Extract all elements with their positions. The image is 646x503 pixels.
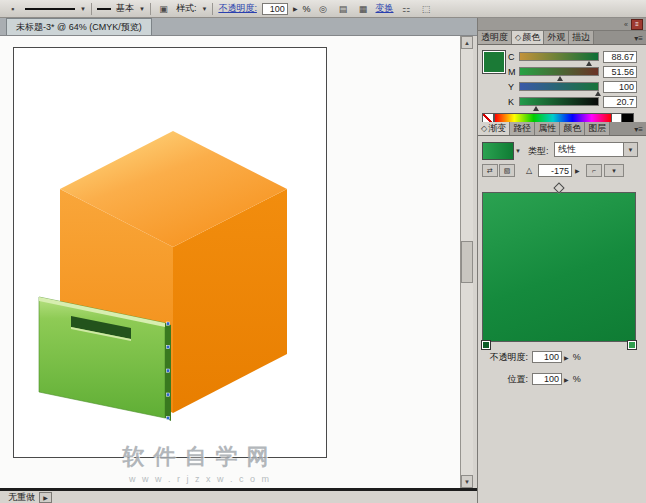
gradient-swatch-dropdown-icon[interactable]: ▼ <box>515 148 521 154</box>
tab-transparency[interactable]: 透明度 <box>478 31 512 44</box>
current-color-swatch[interactable] <box>482 50 506 74</box>
panel-group2-tabs: ◇ 渐变 路径 属性 颜色 图层 ▾≡ <box>478 122 646 136</box>
panel-group1-tabs: 透明度 ◇ 颜色 外观 描边 ▾≡ <box>478 31 646 45</box>
yellow-value-field[interactable]: 100 <box>603 81 637 93</box>
black-slider-thumb[interactable] <box>533 106 539 111</box>
tab-stroke[interactable]: 描边 <box>569 31 594 44</box>
scroll-up-icon[interactable]: ▲ <box>461 36 473 49</box>
document-tab[interactable]: 未标题-3* @ 64% (CMYK/预览) <box>6 18 152 35</box>
tab-gradient[interactable]: ◇ 渐变 <box>478 122 510 135</box>
collapse-dock-icon[interactable]: « <box>624 21 628 28</box>
toolbar-divider <box>212 3 213 15</box>
dock-header: « ≡ <box>478 18 646 31</box>
preferences-icon[interactable]: ⬚ <box>419 2 434 15</box>
illustrator-window: ▪ ▼ 基本 ▼ ▣ 样式: ▼ 不透明度: 100 ▶ % ◎ ▤ ▦ 变换 … <box>0 0 646 503</box>
tab-color2[interactable]: 颜色 <box>560 122 585 135</box>
style-icon: ▣ <box>156 2 171 15</box>
location-spinner-icon[interactable]: ▶ <box>564 376 569 383</box>
angle-spinner-icon[interactable]: ▶ <box>575 167 580 174</box>
vertical-scrollbar[interactable]: ▲ ▼ <box>460 36 473 488</box>
chevron-down-icon[interactable]: ▼ <box>623 143 637 156</box>
dock-options-icon[interactable]: ≡ <box>631 19 643 30</box>
canvas-area[interactable]: 软件自学网 w w w . r j z x w . c o m <box>0 36 460 488</box>
opacity-link[interactable]: 不透明度: <box>218 2 257 15</box>
toolbar-divider <box>150 3 151 15</box>
gradient-fill-icon[interactable]: ▧ <box>499 164 515 177</box>
status-dropdown-icon[interactable]: ▶ <box>39 492 52 503</box>
gradient-swatch[interactable] <box>482 142 514 160</box>
tab-pathfinder[interactable]: 路径 <box>510 122 535 135</box>
yellow-slider[interactable] <box>519 82 599 91</box>
opacity-spinner-icon[interactable]: ▶ <box>564 354 569 361</box>
cyan-slider-row: C 88.67 <box>508 50 637 63</box>
brush-preview <box>97 8 111 10</box>
tab-layers[interactable]: 图层 <box>585 122 610 135</box>
reverse-gradient-icon[interactable]: ⇄ <box>482 164 498 177</box>
magenta-slider[interactable] <box>519 67 599 76</box>
document-setup-icon[interactable]: ▤ <box>336 2 351 15</box>
gradient-stop-left[interactable] <box>481 340 491 350</box>
status-bar: 无重做 ▶ <box>0 488 477 503</box>
gradient-panel: ▼ 类型: 线性 ▼ ⇄ ▧ △ -175 ▶ ⌐ ▾ 不透明度: <box>478 136 646 503</box>
status-undo-label: 无重做 <box>8 491 35 503</box>
expand-icon: ◇ <box>515 33 521 42</box>
black-slider-row: K 20.7 <box>508 95 637 108</box>
target-circle-icon[interactable]: ◎ <box>316 2 331 15</box>
gradient-type-dropdown[interactable]: 线性 ▼ <box>554 142 638 157</box>
grid-icon[interactable]: ▦ <box>356 2 371 15</box>
magenta-slider-row: M 51.56 <box>508 65 637 78</box>
opacity-spinner-icon[interactable]: ▶ <box>293 5 298 12</box>
stroke-preview <box>25 8 75 10</box>
document-title: 未标题-3* @ 64% (CMYK/预览) <box>16 21 142 34</box>
gradient-type-label: 类型: <box>528 145 549 158</box>
document-tab-bar: 未标题-3* @ 64% (CMYK/预览) <box>0 18 477 36</box>
gradient-midpoint-icon[interactable] <box>553 182 564 193</box>
cyan-slider[interactable] <box>519 52 599 61</box>
gradient-stroke-icon[interactable]: ⌐ <box>586 164 602 177</box>
gradient-ramp[interactable] <box>482 192 636 342</box>
toolbar-divider <box>91 3 92 15</box>
scrollbar-thumb[interactable] <box>461 241 473 283</box>
gradient-stop-right[interactable] <box>627 340 637 350</box>
cyan-value-field[interactable]: 88.67 <box>603 51 637 63</box>
opacity-percent: % <box>303 4 311 14</box>
black-value-field[interactable]: 20.7 <box>603 96 637 108</box>
gradient-location-row: 位置: 100 ▶ % <box>478 372 581 386</box>
gradient-angle-field[interactable]: -175 <box>538 164 572 177</box>
anchor-icon[interactable]: ▪ <box>5 2 20 15</box>
brush-dropdown-icon[interactable]: ▼ <box>139 6 145 12</box>
percent-sign: % <box>573 374 581 384</box>
tab-attributes[interactable]: 属性 <box>535 122 560 135</box>
panel-dock: « ≡ 透明度 ◇ 颜色 外观 描边 ▾≡ C <box>477 18 646 503</box>
slider-label-m: M <box>508 67 519 77</box>
tab-appearance[interactable]: 外观 <box>544 31 569 44</box>
control-bar: ▪ ▼ 基本 ▼ ▣ 样式: ▼ 不透明度: 100 ▶ % ◎ ▤ ▦ 变换 … <box>0 0 646 18</box>
gradient-opacity-label: 不透明度: <box>478 351 528 364</box>
scroll-down-icon[interactable]: ▼ <box>461 475 473 488</box>
angle-icon: △ <box>526 166 532 175</box>
slider-label-c: C <box>508 52 519 62</box>
color-panel: C 88.67 M 51.56 Y <box>478 45 646 122</box>
watermark-url: w w w . r j z x w . c o m <box>60 474 340 484</box>
gradient-location-field[interactable]: 100 <box>532 373 562 385</box>
expand-icon: ◇ <box>481 124 487 133</box>
stroke-dropdown-icon[interactable]: ▼ <box>80 6 86 12</box>
panel-menu-icon[interactable]: ▾≡ <box>634 34 646 44</box>
opacity-field[interactable]: 100 <box>262 3 288 15</box>
panel-menu-icon[interactable]: ▾≡ <box>634 125 646 135</box>
black-slider[interactable] <box>519 97 599 106</box>
yellow-slider-row: Y 100 <box>508 80 637 93</box>
gradient-location-label: 位置: <box>478 373 528 386</box>
gradient-opacity-field[interactable]: 100 <box>532 351 562 363</box>
slider-label-k: K <box>508 97 519 107</box>
align-icon[interactable]: ⚏ <box>399 2 414 15</box>
magenta-value-field[interactable]: 51.56 <box>603 66 637 78</box>
percent-sign: % <box>573 352 581 362</box>
style-dropdown-icon[interactable]: ▼ <box>201 6 207 12</box>
cube-artwork[interactable] <box>14 48 326 457</box>
gradient-stroke-dropdown[interactable]: ▾ <box>604 164 624 177</box>
tab-color[interactable]: ◇ 颜色 <box>512 31 544 44</box>
brush-definition-dropdown[interactable]: 基本 <box>116 2 134 15</box>
transform-link[interactable]: 变换 <box>376 2 394 15</box>
artboard[interactable] <box>13 47 327 458</box>
